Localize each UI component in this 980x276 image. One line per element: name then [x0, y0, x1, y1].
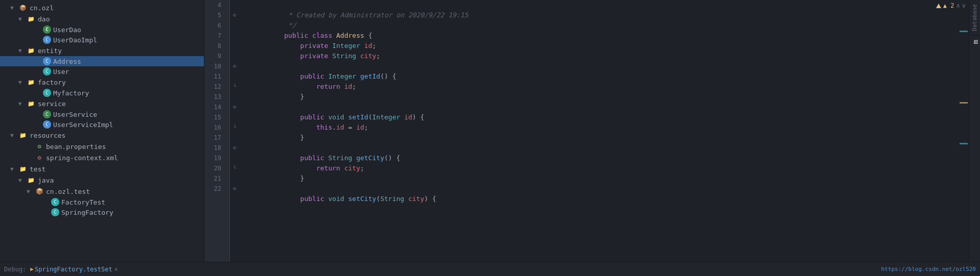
folder-icon-dao: 📁 [27, 14, 36, 23]
debug-close-button[interactable]: × [114, 266, 118, 273]
arrow-entity: ▼ [18, 47, 27, 54]
arrow-factory: ▼ [18, 79, 27, 86]
gutter-18[interactable]: ⊖ [230, 143, 239, 153]
code-line-17 [244, 133, 959, 143]
line-num-17: 17 [204, 133, 225, 143]
gutter-11 [230, 71, 239, 82]
sidebar-item-service[interactable]: ▼ 📁 service [0, 98, 204, 109]
gutter-7 [230, 31, 239, 41]
line-num-20: 20 [204, 163, 225, 173]
csdn-url[interactable]: https://blog.csdn.net/ozl520 [881, 266, 976, 272]
debug-icon: ▶ [30, 266, 34, 272]
cn-ozl-test-label: cn.ozl.test [46, 188, 90, 195]
debug-file-tab[interactable]: ▶ SpringFactory.testSet × [30, 266, 118, 273]
sidebar-item-myfactory[interactable]: C Myfactory [0, 88, 204, 98]
sidebar-item-factorytest[interactable]: C FactoryTest [0, 197, 204, 207]
warning-up-icon[interactable]: ∧ [956, 2, 960, 9]
package-icon: 📦 [18, 3, 28, 12]
scroll-indicator-2 [960, 102, 968, 104]
gutter-22[interactable]: ⊖ [230, 184, 239, 194]
line-num-10: 10 [204, 61, 225, 71]
arrow-cn-ozl-test: ▼ [27, 188, 35, 195]
arrow-cn-ozl: ▼ [10, 5, 18, 11]
sidebar-item-bean-properties[interactable]: ⚙ bean.properties [0, 141, 204, 152]
sidebar[interactable]: ▼ 📦 cn.ozl ▼ 📁 dao C UserDao C UserDaoIm… [0, 0, 204, 262]
sidebar-item-user[interactable]: C User [0, 66, 204, 77]
sidebar-item-userdao[interactable]: C UserDao [0, 24, 204, 35]
service-label: service [38, 100, 66, 108]
sidebar-item-address[interactable]: C Address [0, 56, 204, 66]
sidebar-item-resources[interactable]: ▼ 📁 resources [0, 130, 204, 141]
code-area: 4 5 6 7 8 9 10 11 12 13 14 15 16 17 18 1… [204, 0, 980, 262]
folder-icon-service: 📁 [27, 99, 36, 108]
class-icon-address: C [43, 57, 51, 65]
sidebar-item-dao[interactable]: ▼ 📁 dao [0, 13, 204, 24]
java-label: java [38, 177, 54, 184]
database-tab[interactable]: Database [969, 0, 980, 35]
springfactory-label: SpringFactory [61, 209, 113, 216]
debug-filename[interactable]: SpringFactory.testSet [35, 266, 112, 273]
sidebar-item-userdaoimpl[interactable]: C UserDaoImpl [0, 35, 204, 45]
line-num-11: 11 [204, 71, 225, 82]
code-content[interactable]: * Created by Administrator on 2020/9/22 … [239, 0, 959, 262]
class-icon-userdaoimpl: C [43, 36, 51, 44]
sidebar-item-cn-ozl-test[interactable]: ▼ 📦 cn.ozl.test [0, 186, 204, 197]
sidebar-item-spring-context[interactable]: ⚙ spring-context.xml [0, 152, 204, 163]
gutter-5: ⊖ [230, 10, 239, 20]
gutter-17 [230, 133, 239, 143]
user-label: User [53, 68, 69, 76]
code-line-4: * Created by Administrator on 2020/9/22 … [244, 0, 959, 10]
gutter-14[interactable]: ⊖ [230, 102, 239, 112]
debug-label: Debug: [4, 266, 26, 273]
line-num-12: 12 [204, 82, 225, 92]
line-num-21: 21 [204, 173, 225, 184]
gutter-8 [230, 41, 239, 51]
line-num-4: 4 [204, 0, 225, 10]
class-icon-factorytest: C [51, 198, 59, 206]
code-line-22: public void setCity(String city) { [244, 184, 959, 194]
gutter: ⊖ ⊖ └ ⊖ └ ⊖ └ ⊖ [230, 0, 239, 262]
sidebar-item-factory[interactable]: ▼ 📁 factory [0, 77, 204, 88]
arrow-service: ▼ [18, 101, 27, 107]
folder-icon-entity: 📁 [27, 46, 36, 55]
line-num-7: 7 [204, 31, 225, 41]
userdaoimpl-label: UserDaoImpl [53, 36, 97, 44]
editor-wrapper: ▲ 2 ∧ ∨ 4 5 6 7 8 9 10 11 12 13 14 15 16… [204, 0, 980, 262]
warning-down-icon[interactable]: ∨ [962, 2, 966, 9]
sidebar-item-entity[interactable]: ▼ 📁 entity [0, 45, 204, 56]
userdao-label: UserDao [53, 26, 81, 34]
bottom-bar: Debug: ▶ SpringFactory.testSet × https:/… [0, 262, 980, 276]
xml-icon: ⚙ [35, 153, 44, 162]
line-num-15: 15 [204, 112, 225, 122]
class-icon-userdao: C [43, 26, 51, 34]
factorytest-label: FactoryTest [61, 198, 105, 206]
code-line-21 [244, 173, 959, 184]
sidebar-item-java[interactable]: ▼ 📁 java [0, 174, 204, 186]
class-icon-userserviceimpl: C [43, 120, 51, 129]
userserviceimpl-label: UserServiceImpl [53, 121, 113, 129]
factory-label: factory [38, 79, 66, 86]
sidebar-item-cn-ozl[interactable]: ▼ 📦 cn.ozl [0, 2, 204, 13]
folder-icon-resources: 📁 [18, 131, 28, 140]
sidebar-item-test[interactable]: ▼ 📁 test [0, 163, 204, 174]
bean-properties-label: bean.properties [46, 143, 106, 150]
package-icon-test: 📦 [35, 187, 44, 196]
sidebar-item-userserviceimpl[interactable]: C UserServiceImpl [0, 119, 204, 130]
line-num-22: 22 [204, 184, 225, 194]
code-line-14: public void setId(Integer id) { [244, 102, 959, 112]
myfactory-label: Myfactory [53, 89, 89, 97]
scrollbar-area [959, 0, 969, 262]
maven-tab[interactable]: m [969, 36, 980, 48]
class-icon-springfactory: C [51, 208, 59, 216]
line-num-6: 6 [204, 20, 225, 31]
warning-count: ▲ 2 [943, 2, 954, 9]
sidebar-item-userservice[interactable]: C UserService [0, 109, 204, 119]
gutter-15 [230, 112, 239, 122]
gutter-10[interactable]: ⊖ [230, 61, 239, 71]
class-icon-user: C [43, 67, 51, 76]
gutter-20: └ [230, 163, 239, 173]
main-container: ▼ 📦 cn.ozl ▼ 📁 dao C UserDao C UserDaoIm… [0, 0, 980, 262]
sidebar-item-springfactory[interactable]: C SpringFactory [0, 207, 204, 217]
gutter-21 [230, 173, 239, 184]
scroll-indicator-3 [960, 143, 968, 144]
